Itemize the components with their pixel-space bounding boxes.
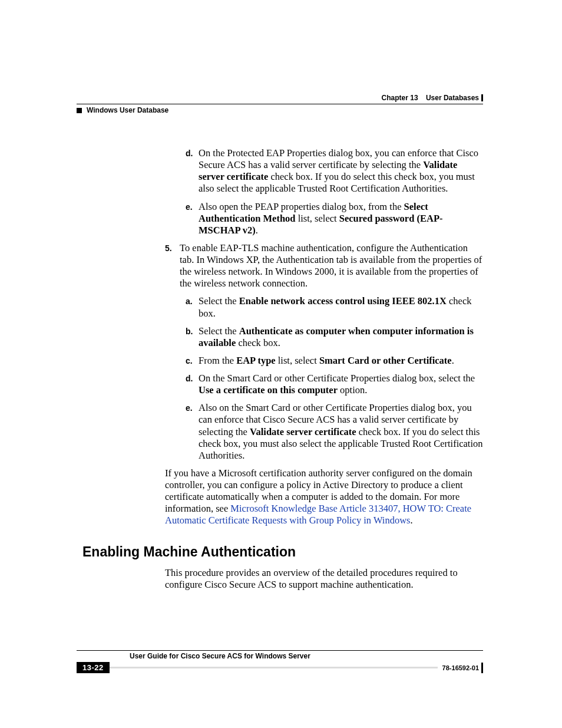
body-content: d. On the Protected EAP Properties dialo… bbox=[77, 147, 483, 591]
substep-body: On the Smart Card or other Certificate P… bbox=[199, 373, 483, 396]
section-intro: This procedure provides an overview of t… bbox=[165, 567, 483, 591]
substep-body: From the EAP type list, select Smart Car… bbox=[199, 355, 483, 367]
substep-marker: e. bbox=[186, 402, 199, 462]
substep-marker: e. bbox=[186, 201, 199, 236]
substep-5c: c. From the EAP type list, select Smart … bbox=[186, 355, 483, 367]
step-marker: 5. bbox=[165, 242, 180, 290]
closing-paragraph: If you have a Microsoft certification au… bbox=[165, 467, 483, 527]
footer-rule bbox=[77, 650, 483, 651]
substep-marker: b. bbox=[186, 325, 199, 349]
substep-marker: c. bbox=[186, 355, 199, 367]
substep-body: On the Protected EAP Properties dialog b… bbox=[199, 147, 483, 195]
footer-guide-title: User Guide for Cisco Secure ACS for Wind… bbox=[130, 652, 483, 660]
step-body: To enable EAP-TLS machine authentication… bbox=[180, 242, 483, 290]
substep-5e: e. Also on the Smart Card or other Certi… bbox=[186, 402, 483, 462]
chapter-title: User Databases bbox=[426, 94, 479, 102]
substep-marker: d. bbox=[186, 147, 199, 195]
substep-marker: a. bbox=[186, 295, 199, 319]
substep-marker: d. bbox=[186, 373, 199, 396]
square-bullet-icon bbox=[77, 108, 82, 113]
chapter-number: Chapter 13 bbox=[382, 94, 418, 102]
substep-5b: b. Select the Authenticate as computer w… bbox=[186, 325, 483, 349]
footer-bar bbox=[110, 667, 438, 668]
header-rule bbox=[77, 104, 483, 104]
substep-body: Select the Authenticate as computer when… bbox=[199, 325, 483, 349]
page-number: 13-22 bbox=[77, 662, 110, 673]
substep-body: Select the Enable network access control… bbox=[199, 295, 483, 319]
substep-e: e. Also open the PEAP properties dialog … bbox=[186, 201, 483, 236]
section-title: Windows User Database bbox=[87, 106, 168, 114]
document-number: 78-16592-01 bbox=[438, 663, 483, 673]
substep-5d: d. On the Smart Card or other Certificat… bbox=[186, 373, 483, 396]
substep-5a: a. Select the Enable network access cont… bbox=[186, 295, 483, 319]
substep-body: Also on the Smart Card or other Certific… bbox=[199, 402, 483, 462]
section-heading: Enabling Machine Authentication bbox=[82, 543, 483, 560]
page-footer: User Guide for Cisco Secure ACS for Wind… bbox=[77, 650, 483, 673]
substep-d: d. On the Protected EAP Properties dialo… bbox=[186, 147, 483, 195]
substep-body: Also open the PEAP properties dialog box… bbox=[199, 201, 483, 236]
step-5: 5. To enable EAP-TLS machine authenticat… bbox=[165, 242, 483, 290]
running-header: Chapter 13 User Databases Windows User D… bbox=[77, 94, 483, 118]
